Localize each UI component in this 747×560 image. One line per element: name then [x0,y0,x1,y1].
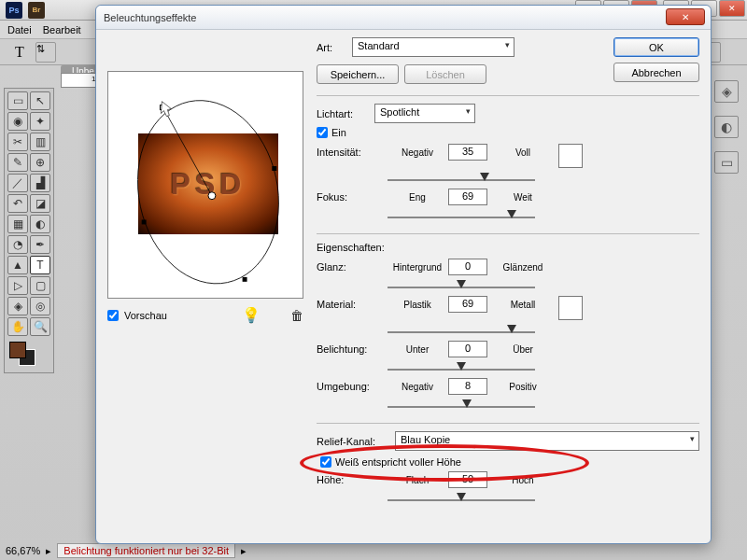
gloss-max-label: Glänzend [494,262,552,273]
delete-light-icon[interactable]: 🗑 [290,308,303,323]
tools-panel: ▭ ↖ ◉ ✦ ✂ ▥ ✎ ⊕ ／ ▟ ↶ ◪ ▦ ◐ ◔ ✒ ▲ T ▷ ▢ … [4,88,54,373]
lasso-tool-icon[interactable]: ◉ [7,112,28,131]
dialog-titlebar[interactable]: Beleuchtungseffekte [96,6,711,30]
light-on-label: Ein [331,127,346,138]
channels-panel-icon[interactable]: ◐ [714,116,739,138]
type-tool-icon[interactable]: T [30,256,50,274]
focus-slider[interactable] [388,207,535,222]
preview-area[interactable]: PSD [107,71,303,299]
delete-style-button[interactable]: Löschen [404,64,486,84]
preview-checkbox[interactable] [107,310,119,321]
height-value[interactable]: 50 [448,471,487,488]
dialog-close-button[interactable]: ✕ [666,8,705,25]
focus-label: Fokus: [317,191,387,203]
fg-color-swatch[interactable] [9,342,26,358]
height-max-label: Hoch [494,475,552,485]
light-type-select[interactable]: Spotlicht [374,104,475,123]
svg-line-1 [163,109,212,196]
svg-rect-5 [243,277,247,282]
ambient-color-swatch[interactable] [558,296,583,320]
exposure-slider[interactable] [388,359,535,374]
white-high-checkbox[interactable] [320,456,331,468]
light-type-label: Lichtart: [317,108,369,119]
style-label: Art: [317,42,346,53]
exposure-min-label: Unter [388,344,447,355]
shape-tool-icon[interactable]: ▢ [30,276,50,295]
path-select-icon[interactable]: ▲ [7,256,28,274]
zoom-level[interactable]: 66,67% [6,545,40,556]
intensity-label: Intensität: [317,147,387,158]
intensity-min-label: Negativ [388,147,447,158]
focus-min-label: Eng [388,192,447,203]
dodge-tool-icon[interactable]: ◔ [7,235,28,254]
focus-value[interactable]: 69 [448,189,487,205]
layers-panel-icon[interactable]: ◈ [714,80,739,103]
svg-rect-4 [142,219,147,224]
text-orientation-icon[interactable]: ⇅ [35,42,56,63]
svg-rect-3 [272,166,276,171]
menu-file[interactable]: Datei [7,24,32,35]
material-slider[interactable] [388,322,535,337]
height-min-label: Flach [388,475,447,485]
material-label: Material: [317,299,387,310]
marquee-tool-icon[interactable]: ▭ [7,91,28,110]
move-tool-icon[interactable]: ↖ [30,91,50,110]
white-high-label: Weiß entspricht voller Höhe [335,456,461,468]
light-gizmo[interactable] [108,72,303,298]
zoom-tool-icon[interactable]: 🔍 [30,317,50,336]
eyedropper-tool-icon[interactable]: ✎ [7,153,28,172]
svg-point-6 [208,192,216,200]
exposure-max-label: Über [494,344,552,355]
3d-tool-icon[interactable]: ◈ [7,297,28,315]
style-select[interactable]: Standard [352,37,514,57]
direct-select-icon[interactable]: ▷ [7,276,28,295]
gloss-slider[interactable] [388,277,535,292]
stamp-tool-icon[interactable]: ▟ [30,174,50,192]
menu-edit[interactable]: Bearbeit [43,24,81,35]
cancel-button[interactable]: Abbrechen [613,63,699,82]
light-on-checkbox[interactable] [317,127,328,138]
type-tool-indicator: T [9,42,30,63]
focus-max-label: Weit [494,192,552,203]
hand-tool-icon[interactable]: ✋ [7,317,28,336]
pen-tool-icon[interactable]: ✒ [30,235,50,254]
add-light-icon[interactable]: 💡 [242,306,261,324]
gloss-min-label: Hintergrund [388,262,447,273]
relief-channel-select[interactable]: Blau Kopie [395,431,699,451]
height-slider[interactable] [388,490,535,505]
intensity-max-label: Voll [494,147,552,158]
crop-tool-icon[interactable]: ✂ [7,133,28,151]
save-style-button[interactable]: Speichern... [317,64,399,84]
paths-panel-icon[interactable]: ▭ [714,151,739,174]
status-message: Belichtung funktioniert nur bei 32-Bit [57,543,235,558]
eraser-tool-icon[interactable]: ◪ [30,194,50,213]
history-brush-icon[interactable]: ↶ [7,194,28,213]
gradient-tool-icon[interactable]: ▦ [7,215,28,233]
app-close-button[interactable]: ✕ [719,0,745,17]
exposure-value[interactable]: 0 [448,341,487,357]
properties-header: Eigenschaften: [317,242,699,253]
material-min-label: Plastik [388,300,447,310]
brush-tool-icon[interactable]: ／ [7,174,28,192]
wand-tool-icon[interactable]: ✦ [30,112,50,131]
slice-tool-icon[interactable]: ▥ [30,133,50,151]
height-label: Höhe: [317,474,387,485]
ambience-max-label: Positiv [494,382,552,392]
color-swatches[interactable] [7,342,50,370]
light-color-swatch[interactable] [558,144,583,168]
ambience-slider[interactable] [388,397,535,412]
intensity-value[interactable]: 35 [448,144,487,161]
heal-tool-icon[interactable]: ⊕ [30,153,50,172]
camera-tool-icon[interactable]: ◎ [30,297,50,315]
blur-tool-icon[interactable]: ◐ [30,215,50,233]
lighting-effects-dialog: Beleuchtungseffekte ✕ PSD [95,5,712,544]
status-bar: 66,67% ▸ Belichtung funktioniert nur bei… [6,543,247,558]
intensity-slider[interactable] [388,170,535,185]
ambience-value[interactable]: 8 [448,378,487,395]
bridge-logo-icon[interactable]: Br [28,2,45,19]
gloss-value[interactable]: 0 [448,259,487,275]
material-value[interactable]: 69 [448,296,487,313]
material-max-label: Metall [494,300,552,310]
relief-channel-label: Relief-Kanal: [317,436,389,447]
ok-button[interactable]: OK [613,37,699,57]
